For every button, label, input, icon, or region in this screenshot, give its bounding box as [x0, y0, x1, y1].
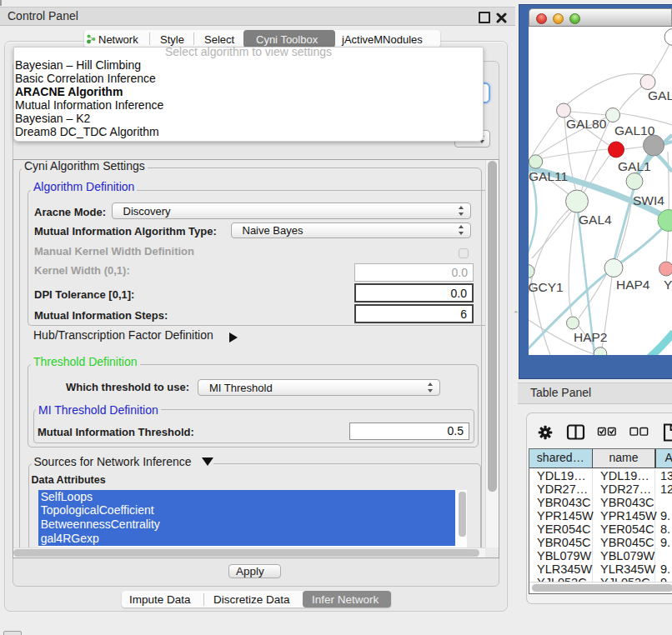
svg-text:GAL11: GAL11	[529, 168, 568, 182]
svg-text:HAP2: HAP2	[574, 329, 608, 343]
svg-text:GAL4: GAL4	[579, 212, 612, 226]
svg-text:GAL10: GAL10	[614, 122, 655, 137]
svg-text:GAL1: GAL1	[618, 158, 651, 172]
svg-text:SWI4: SWI4	[633, 192, 664, 207]
svg-text:Y: Y	[664, 278, 672, 292]
svg-text:HAP4: HAP4	[616, 277, 650, 291]
svg-text:GCY1: GCY1	[529, 279, 564, 293]
svg-text:GAL80: GAL80	[566, 116, 607, 130]
svg-text:GAL7: GAL7	[648, 88, 672, 102]
